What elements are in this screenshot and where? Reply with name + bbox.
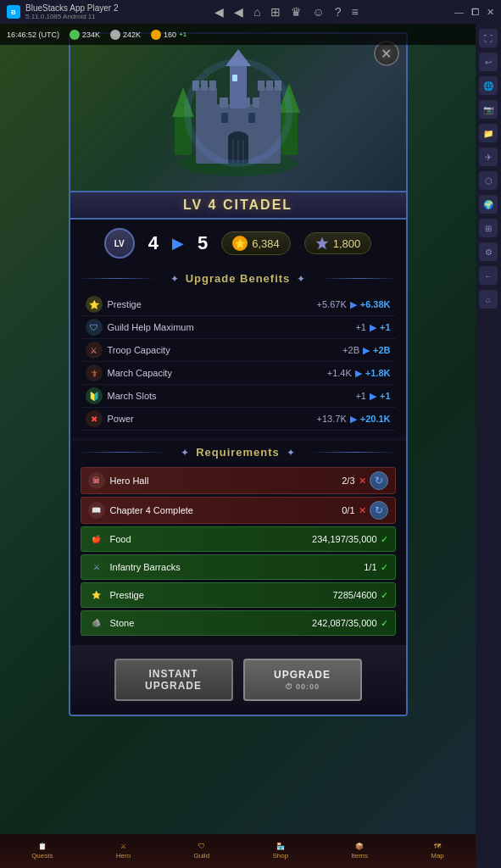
infantry-value: 1/1 <box>364 562 376 572</box>
stone-resource: 242K <box>110 30 141 40</box>
march-slots-label: March Slots <box>108 391 356 401</box>
troop-label: Troop Capacity <box>108 345 343 355</box>
svg-rect-16 <box>258 81 264 91</box>
sidebar-globe-icon[interactable]: 🌐 <box>479 76 498 95</box>
troop-arrow: ▶ <box>363 345 370 356</box>
map-icon: 🗺 <box>434 843 441 850</box>
march-slots-values: +1 ▶ +1 <box>355 391 390 402</box>
prestige-icon: ⭐ <box>86 296 103 313</box>
prestige-req-status: ✓ <box>381 590 388 601</box>
sidebar-grid-icon[interactable]: ⊞ <box>479 219 498 237</box>
bs-nav-controls[interactable]: ◀ ◀ ⌂ ⊞ ♛ ☺ ? ≡ <box>214 5 359 19</box>
benefits-ornament-left: ✦ <box>170 273 179 285</box>
benefit-row-march-slots: 🔰 March Slots +1 ▶ +1 <box>81 385 396 408</box>
sidebar-map-icon[interactable]: 🌍 <box>479 195 498 214</box>
req-ornament-left: ✦ <box>181 447 189 459</box>
march-capacity-values: +1.4K ▶ +1.8K <box>327 368 391 379</box>
stone-icon <box>110 30 120 40</box>
upgrade-modal: ✕ LV 4 CITADEL LV 4 ▶ 5 ⭐ 6,384 1,800 <box>69 32 408 716</box>
resource-cost-icon <box>315 236 329 250</box>
benefits-line-left <box>79 278 155 279</box>
power-label: Power <box>108 414 317 424</box>
quests-label: Quests <box>31 852 53 860</box>
benefits-ornament-right: ✦ <box>297 273 305 285</box>
nav-guild[interactable]: 🛡 Guild <box>193 843 209 860</box>
sidebar-expand-icon[interactable]: ⛶ <box>479 29 498 47</box>
svg-rect-7 <box>220 97 228 108</box>
gems-value: 160 <box>164 31 176 39</box>
sidebar-folder-icon[interactable]: 📁 <box>479 124 498 142</box>
troop-current: +2B <box>342 345 359 355</box>
march-slots-new: +1 <box>380 391 391 401</box>
bs-back-btn[interactable]: ◀ <box>214 5 224 19</box>
guild-help-arrow: ▶ <box>370 322 376 333</box>
march-capacity-label: March Capacity <box>108 368 327 378</box>
upgrade-button[interactable]: UPGRADE ⏱ 00:00 <box>243 659 362 701</box>
bs-title-group: BlueStacks App Player 2 5.11.0.1085 Andr… <box>25 3 119 20</box>
nav-shop[interactable]: 🏪 Shop <box>272 843 288 860</box>
bs-window-controls[interactable]: — ⧠ ✕ <box>454 7 494 18</box>
chapter4-status: ✕ <box>359 505 366 516</box>
hero-hall-refresh-btn[interactable]: ↻ <box>370 471 388 490</box>
bs-user-btn[interactable]: ☺ <box>312 5 324 19</box>
building-image-area <box>70 34 406 191</box>
guild-help-new: +1 <box>380 322 391 332</box>
instant-upgrade-button[interactable]: INSTANT UPGRADE <box>114 659 233 701</box>
sidebar-flight-icon[interactable]: ✈ <box>479 147 498 166</box>
benefit-row-power: ✖ Power +13.7K ▶ +20.1K <box>81 408 396 431</box>
req-row-chapter4: 📖 Chapter 4 Complete 0/1 ✕ ↻ <box>81 497 396 524</box>
prestige-values: +5.67K ▶ +6.38K <box>317 299 391 310</box>
bs-forward-btn[interactable]: ◀ <box>234 5 243 19</box>
sidebar-home-icon[interactable]: ⌂ <box>479 290 498 309</box>
nav-items[interactable]: 📦 Items <box>351 843 368 860</box>
power-new: +20.1K <box>360 414 391 424</box>
bs-minimize-btn[interactable]: — <box>454 7 464 17</box>
svg-rect-22 <box>221 113 228 123</box>
benefit-row-march-capacity: 🗡 March Capacity +1.4K ▶ +1.8K <box>81 362 396 385</box>
bs-menu-btn[interactable]: ≡ <box>351 5 358 19</box>
prestige-current: +5.67K <box>317 299 347 309</box>
stone-req-label: Stone <box>110 618 313 628</box>
chapter4-refresh-btn[interactable]: ↻ <box>370 501 388 520</box>
sidebar-back-icon[interactable]: ↩ <box>479 53 498 71</box>
sidebar-camera-icon[interactable]: 📷 <box>479 100 498 119</box>
bottom-navigation: 📋 Quests ⚔ Hero 🛡 Guild 🏪 Shop 📦 Items 🗺… <box>0 834 476 868</box>
sidebar-settings-icon[interactable]: ⚙ <box>479 242 498 261</box>
upgrade-sub: ⏱ 00:00 <box>285 682 320 691</box>
bs-logo: B <box>7 5 20 19</box>
prestige-req-label: Prestige <box>110 590 333 600</box>
power-current: +13.7K <box>317 414 347 424</box>
instant-upgrade-sub: UPGRADE <box>145 680 202 692</box>
game-topbar: 16:46:52 (UTC) 234K 242K 160 +1 <box>0 24 476 45</box>
benefit-row-prestige: ⭐ Prestige +5.67K ▶ +6.38K <box>81 293 396 316</box>
bs-star-btn[interactable]: ♛ <box>291 5 302 19</box>
benefits-table: ⭐ Prestige +5.67K ▶ +6.38K 🛡 Guild Help … <box>70 290 406 437</box>
bs-grid-btn[interactable]: ⊞ <box>270 5 281 19</box>
sidebar-return-icon[interactable]: ← <box>479 266 498 285</box>
prestige-req-icon: ⭐ <box>88 587 105 604</box>
close-icon: ✕ <box>381 46 392 62</box>
bs-maximize-btn[interactable]: ⧠ <box>470 7 480 17</box>
bs-help-btn[interactable]: ? <box>335 5 342 19</box>
building-image-inner <box>70 34 406 191</box>
level-current: 4 <box>148 232 159 254</box>
level-next: 5 <box>198 232 208 254</box>
nav-hero[interactable]: ⚔ Hero <box>116 843 131 860</box>
infantry-status: ✓ <box>381 562 388 573</box>
guild-help-label: Guild Help Maximum <box>108 322 356 332</box>
nav-map[interactable]: 🗺 Map <box>431 843 444 860</box>
upgrade-label: UPGRADE <box>274 669 331 681</box>
food-req-icon: 🍎 <box>88 531 105 548</box>
gold-cost-icon: ⭐ <box>232 236 248 251</box>
bs-close-btn[interactable]: ✕ <box>487 7 494 18</box>
sidebar-hex-icon[interactable]: ⬡ <box>479 171 498 190</box>
nav-quests[interactable]: 📋 Quests <box>31 843 53 860</box>
svg-rect-17 <box>266 81 273 91</box>
bs-version: 5.11.0.1085 Android 11 <box>25 13 119 20</box>
hero-hall-label: Hero Hall <box>110 476 342 486</box>
hero-hall-value: 2/3 <box>342 476 354 486</box>
march-capacity-icon: 🗡 <box>86 364 103 381</box>
game-time: 16:46:52 (UTC) <box>7 31 59 39</box>
req-row-hero-hall: 🏛 Hero Hall 2/3 ✕ ↻ <box>81 467 396 494</box>
bs-home-btn[interactable]: ⌂ <box>253 5 260 19</box>
